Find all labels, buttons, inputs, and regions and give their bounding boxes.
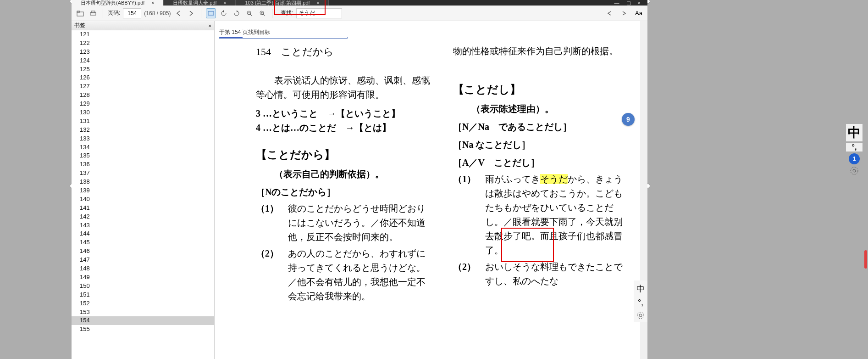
bookmark-item[interactable]: 136 [72, 160, 214, 169]
ime-badge[interactable]: 1 [849, 153, 860, 164]
section-title: 【ことだし】 [453, 81, 627, 98]
page-heading: 154 ことだから [256, 44, 430, 60]
close-icon[interactable]: × [209, 23, 211, 28]
document-content[interactable]: 于第 154 页找到目标 9 154 ことだから 表示说话人的惊讶、感动、讽刺、… [215, 21, 647, 359]
search-label: 查找: [281, 9, 293, 17]
bookmark-item[interactable]: 124 [72, 56, 214, 65]
bookmark-item[interactable]: 134 [72, 143, 214, 152]
bookmark-item[interactable]: 147 [72, 256, 214, 264]
example-number: （2） [256, 247, 288, 303]
bookmark-item[interactable]: 125 [72, 65, 214, 74]
close-icon[interactable]: × [317, 0, 320, 6]
maximize-icon[interactable]: ▢ [626, 0, 631, 6]
bookmark-item[interactable]: 131 [72, 117, 214, 126]
lang-tool[interactable]: 中 [636, 283, 645, 294]
bookmark-item[interactable]: 142 [72, 213, 214, 221]
bookmark-item[interactable]: 146 [72, 247, 214, 256]
paragraph: 物的性格或特征来作为自己判断的根据。 [453, 44, 627, 58]
zoom-out-icon[interactable] [244, 8, 254, 18]
bookmark-item[interactable]: 152 [72, 299, 214, 308]
zoom-in-icon[interactable] [257, 8, 267, 18]
minimize-icon[interactable]: — [614, 0, 619, 6]
example: （2） あの人のことだから、わすれずに持ってきてくれると思うけどな。／他不会有错… [256, 247, 430, 303]
paragraph: 表示说话人的惊讶、感动、讽刺、感慨等心情。可使用的形容词有限。 [256, 73, 430, 102]
gear-icon[interactable] [636, 311, 645, 320]
bookmark-item[interactable]: 151 [72, 291, 214, 299]
ref-line: 4 …とは…のことだ →【とは】 [256, 121, 430, 135]
ref-line: 3 …ということ →【ということ】 [256, 107, 430, 121]
svg-line-9 [263, 14, 265, 16]
page-input[interactable] [123, 8, 141, 18]
bookmark-item[interactable]: 129 [72, 100, 214, 108]
bookmark-item[interactable]: 148 [72, 264, 214, 273]
prev-page-icon[interactable] [173, 8, 183, 18]
grammar-pattern: ［Nのことだから］ [256, 185, 430, 199]
ime-lang-icon[interactable]: 中 [846, 124, 862, 141]
bookmark-item[interactable]: 144 [72, 230, 214, 238]
svg-point-14 [853, 169, 856, 172]
match-case-icon[interactable]: Aa [634, 8, 644, 18]
example-text: 彼のことだからどうせ時間どおりにはこないだろう。／你还不知道他，反正不会按时间来… [288, 202, 430, 244]
ime-punct-icon[interactable]: °, [846, 143, 862, 151]
next-page-icon[interactable] [186, 8, 196, 18]
bookmark-item[interactable]: 149 [72, 273, 214, 282]
example-text: おいしそうな料理もできたことですし、私のへたな [485, 260, 627, 288]
window-controls: — ▢ × [614, 0, 647, 6]
find-next-icon[interactable] [619, 8, 629, 18]
bookmark-list[interactable]: 1211221231241251261271281291301311321331… [72, 30, 214, 359]
sidebar-title: 书签 [74, 22, 85, 29]
search-input[interactable] [296, 8, 342, 18]
bookmark-item[interactable]: 139 [72, 186, 214, 195]
bookmark-item[interactable]: 133 [72, 135, 214, 143]
tab-2[interactable]: 日语数量词大全.pdf × [164, 0, 236, 6]
bookmark-item[interactable]: 127 [72, 82, 214, 91]
close-icon[interactable]: × [151, 0, 154, 6]
search-progress [219, 37, 348, 39]
open-icon[interactable] [75, 8, 85, 18]
bookmark-item[interactable]: 153 [72, 308, 214, 317]
bookmark-item[interactable]: 123 [72, 48, 214, 56]
close-window-icon[interactable]: × [638, 0, 641, 6]
bookmark-item[interactable]: 150 [72, 282, 214, 291]
section-title: 【ことだから】 [256, 146, 430, 163]
bookmark-item[interactable]: 130 [72, 108, 214, 117]
svg-point-15 [851, 167, 858, 174]
bookmark-item[interactable]: 145 [72, 238, 214, 247]
punct-tool[interactable]: °, [638, 298, 643, 308]
bookmark-item[interactable]: 138 [72, 178, 214, 186]
main-area: 书签 × 12112212312412512612712812913013113… [72, 21, 647, 359]
print-icon[interactable] [88, 8, 98, 18]
tab-bar: 日本语句型辞典(ABBYY).pdf × 日语数量词大全.pdf × 103 (… [72, 0, 647, 6]
pdf-viewer-window: 日本语句型辞典(ABBYY).pdf × 日语数量词大全.pdf × 103 (… [72, 0, 647, 359]
page-badge: 9 [622, 113, 635, 126]
bookmark-item[interactable]: 122 [72, 39, 214, 48]
bookmark-item[interactable]: 143 [72, 221, 214, 230]
bookmark-item[interactable]: 132 [72, 126, 214, 135]
scroll-marker [864, 250, 867, 269]
example: （2） おいしそうな料理もできたことですし、私のへたな [453, 260, 627, 288]
gear-icon[interactable] [850, 166, 859, 175]
page-label: 页码: [108, 9, 120, 17]
bookmark-item[interactable]: 155 [72, 325, 214, 334]
example-number: （1） [453, 172, 485, 258]
search-highlight: そうだ [540, 174, 568, 184]
search-status: 于第 154 页找到目标 [219, 28, 270, 36]
bookmark-item[interactable]: 140 [72, 195, 214, 204]
tab-3[interactable]: 103 (第二季) 百瀬·第四期.pdf × [236, 0, 329, 6]
find-prev-icon[interactable] [604, 8, 614, 18]
rotate-left-icon[interactable] [219, 8, 229, 18]
fit-width-icon[interactable] [206, 8, 216, 18]
close-icon[interactable]: × [224, 0, 227, 6]
bookmark-item[interactable]: 126 [72, 73, 214, 82]
bookmark-item[interactable]: 154 [72, 316, 214, 325]
bookmarks-sidebar: 书签 × 12112212312412512612712812913013113… [72, 21, 215, 359]
rotate-right-icon[interactable] [232, 8, 242, 18]
bookmark-item[interactable]: 128 [72, 91, 214, 100]
bookmark-item[interactable]: 135 [72, 151, 214, 160]
svg-line-6 [250, 14, 252, 16]
tab-1[interactable]: 日本语句型辞典(ABBYY).pdf × [72, 0, 164, 6]
bookmark-item[interactable]: 137 [72, 169, 214, 178]
bookmark-item[interactable]: 141 [72, 204, 214, 213]
bookmark-item[interactable]: 121 [72, 30, 214, 39]
ime-panel: 中 °, 1 [845, 124, 863, 175]
